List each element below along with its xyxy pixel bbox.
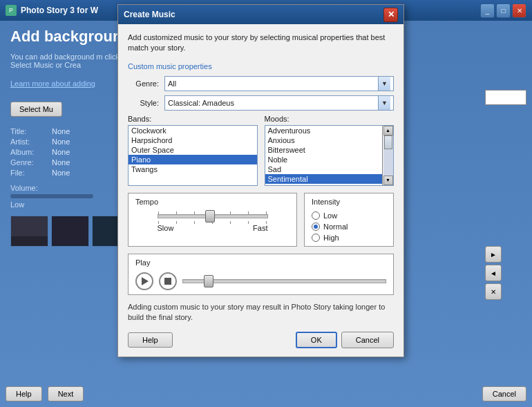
band-piano[interactable]: Piano	[129, 155, 257, 164]
play-section: Play	[128, 254, 394, 295]
genre-row: Genre: All ▼	[128, 76, 394, 91]
modal-cancel-button[interactable]: Cancel	[341, 332, 394, 348]
bands-label: Bands:	[128, 115, 258, 123]
moods-scrollbar[interactable]: ▲ ▼	[382, 126, 393, 185]
bg-cancel-button[interactable]: Cancel	[482, 386, 526, 401]
volume-slider-track[interactable]	[10, 194, 93, 198]
bg-minimize-button[interactable]: _	[480, 3, 495, 18]
intensity-low-option[interactable]: Low	[312, 211, 386, 220]
meta-album-label: Album:	[10, 148, 48, 156]
bands-listbox-inner[interactable]: Clockwork Harpsichord Outer Space Piano …	[129, 126, 257, 185]
custom-music-section-label: Custom music properties	[128, 62, 394, 70]
bg-description: You can add background m click Select Mu…	[10, 53, 128, 69]
band-harpsichord[interactable]: Harpsichord	[129, 135, 257, 145]
tempo-section: Tempo	[128, 193, 297, 247]
remove-button[interactable]: ✕	[485, 283, 502, 300]
intensity-radio-group: Low Normal High	[312, 211, 386, 242]
bg-help-button[interactable]: Help	[6, 386, 42, 401]
moods-scroll-thumb[interactable]	[384, 135, 392, 149]
intensity-normal-option[interactable]: Normal	[312, 223, 386, 231]
tempo-slider-track[interactable]	[158, 214, 268, 218]
meta-genre-label: Genre:	[10, 158, 48, 167]
moods-scroll-track[interactable]	[383, 135, 393, 176]
bg-window-controls: _ □ ✕	[480, 3, 526, 18]
intensity-normal-radio-dot	[314, 225, 318, 229]
bg-close-button[interactable]: ✕	[512, 3, 526, 18]
bands-moods-section: Bands: Clockwork Harpsichord Outer Space…	[128, 115, 394, 186]
modal-ok-cancel-group: OK Cancel	[296, 332, 394, 348]
mood-noble[interactable]: Noble	[265, 155, 383, 164]
moods-listbox[interactable]: Adventurous Anxious Bittersweet Noble Sa…	[265, 125, 395, 186]
bg-right-controls: ► ◄ ✕	[485, 90, 526, 300]
band-clockwork[interactable]: Clockwork	[129, 126, 257, 135]
play-icon	[142, 277, 149, 285]
modal-help-button[interactable]: Help	[128, 332, 173, 348]
play-position-slider[interactable]	[182, 279, 386, 283]
intensity-high-radio[interactable]	[312, 234, 320, 242]
modal-titlebar: Create Music ✕	[118, 5, 403, 24]
intensity-low-label: Low	[323, 211, 337, 220]
play-controls	[135, 272, 386, 290]
mood-sentimental[interactable]: Sentimental	[265, 174, 383, 184]
bg-maximize-button[interactable]: □	[496, 3, 511, 18]
bg-app-icon: P	[6, 5, 17, 16]
modal-footer-note: Adding custom music to your story may re…	[128, 302, 394, 323]
intensity-section: Intensity Low Normal High	[304, 193, 394, 247]
moods-label: Moods:	[265, 115, 395, 123]
moods-listbox-inner[interactable]: Adventurous Anxious Bittersweet Noble Sa…	[265, 126, 383, 185]
tempo-slider-labels: Slow Fast	[158, 224, 268, 232]
intensity-label: Intensity	[312, 198, 386, 206]
bg-right-input[interactable]	[485, 90, 526, 105]
modal-buttons: Help OK Cancel	[128, 332, 394, 348]
modal-body: Add customized music to your story by se…	[118, 24, 403, 357]
style-dropdown[interactable]: Classical: Amadeus ▼	[164, 95, 394, 111]
bands-section: Bands: Clockwork Harpsichord Outer Space…	[128, 115, 258, 186]
modal-close-button[interactable]: ✕	[383, 8, 398, 22]
style-row: Style: Classical: Amadeus ▼	[128, 95, 394, 111]
intensity-low-radio[interactable]	[312, 211, 320, 220]
intensity-high-label: High	[323, 234, 339, 242]
tempo-intensity-section: Tempo	[128, 193, 394, 247]
thumbnail-1	[10, 216, 48, 247]
tempo-slider-container: Slow Fast	[135, 211, 289, 232]
bands-listbox[interactable]: Clockwork Harpsichord Outer Space Piano …	[128, 125, 258, 186]
mood-anxious[interactable]: Anxious	[265, 135, 383, 145]
modal-title: Create Music	[124, 10, 379, 19]
tempo-fast-label: Fast	[253, 224, 267, 232]
tempo-slider-thumb[interactable]	[205, 210, 215, 223]
mood-adventurous[interactable]: Adventurous	[265, 126, 383, 135]
genre-dropdown[interactable]: All ▼	[164, 76, 394, 91]
moods-scroll-down[interactable]: ▼	[383, 176, 393, 185]
modal-ok-button[interactable]: OK	[296, 332, 337, 348]
moods-scroll-up[interactable]: ▲	[383, 126, 393, 135]
play-position-thumb[interactable]	[204, 275, 213, 287]
intensity-normal-radio[interactable]	[312, 223, 320, 231]
style-dropdown-arrow: ▼	[378, 96, 390, 110]
select-music-button[interactable]: Select Mu	[10, 102, 62, 117]
create-music-dialog: Create Music ✕ Add customized music to y…	[117, 4, 404, 357]
left-arrow-button[interactable]: ◄	[485, 265, 502, 281]
band-twangs[interactable]: Twangs	[129, 164, 257, 174]
meta-file-label: File:	[10, 169, 48, 177]
play-label: Play	[135, 258, 386, 267]
stop-icon	[164, 278, 171, 285]
right-arrow-button[interactable]: ►	[485, 246, 502, 263]
thumbnail-2	[51, 216, 89, 247]
bg-next-button[interactable]: Next	[48, 386, 84, 401]
play-button[interactable]	[135, 272, 153, 290]
style-dropdown-value: Classical: Amadeus	[168, 99, 378, 107]
tempo-label: Tempo	[135, 198, 289, 206]
mood-bittersweet[interactable]: Bittersweet	[265, 145, 383, 155]
genre-dropdown-arrow: ▼	[378, 77, 390, 91]
modal-description: Add customized music to your story by se…	[128, 32, 394, 54]
intensity-normal-label: Normal	[323, 223, 348, 231]
tempo-slow-label: Slow	[158, 224, 174, 232]
meta-title-label: Title:	[10, 127, 48, 135]
intensity-high-option[interactable]: High	[312, 234, 386, 242]
mood-sad[interactable]: Sad	[265, 164, 383, 174]
stop-button[interactable]	[159, 272, 177, 290]
moods-section: Moods: Adventurous Anxious Bittersweet N…	[265, 115, 395, 186]
bg-bottom-buttons: Help Next	[6, 386, 84, 401]
style-field-label: Style:	[128, 99, 159, 107]
band-outer-space[interactable]: Outer Space	[129, 145, 257, 155]
